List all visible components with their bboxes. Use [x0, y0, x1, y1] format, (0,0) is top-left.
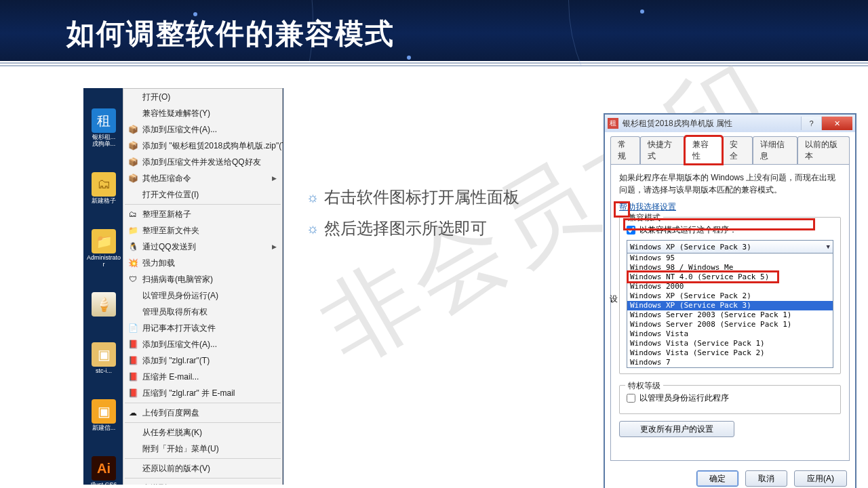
- bullet-icon: ☼: [307, 213, 319, 244]
- compat-option[interactable]: Windows 95: [627, 253, 833, 263]
- context-menu-item[interactable]: 📦添加到 "银杉租赁2018戌狗单机版.zip"(T): [123, 138, 282, 154]
- context-menu-item[interactable]: 从任务栏脱离(K): [123, 424, 282, 441]
- context-menu-item[interactable]: 🛡扫描病毒(电脑管家): [123, 271, 282, 287]
- context-menu-item[interactable]: 📦添加到压缩文件(A)...: [123, 121, 282, 138]
- context-menu-item[interactable]: 📁整理至新文件夹: [123, 222, 282, 239]
- context-menu-item[interactable]: 打开(O): [123, 89, 282, 105]
- desktop-icon-ai[interactable]: AiIllust CS6: [89, 456, 119, 485]
- checkbox-admin[interactable]: [627, 394, 635, 403]
- close-button[interactable]: ✕: [821, 117, 852, 130]
- highlight-checkbox: [614, 201, 630, 218]
- context-menu-item[interactable]: 打开文件位置(I): [123, 186, 282, 203]
- tab-详细信息[interactable]: 详细信息: [753, 136, 797, 164]
- highlight-combobox: [623, 218, 815, 230]
- menu-item-icon: 🛡: [127, 274, 138, 285]
- context-menu-item[interactable]: 🗂整理至新格子: [123, 206, 282, 222]
- menu-item-label: 添加到压缩文件并发送给QQ好友: [142, 157, 261, 168]
- menu-item-icon: 📕: [127, 371, 138, 382]
- properties-dialog: 租 银杉租赁2018戌狗单机版 属性 ? ✕ 常规快捷方式兼容性安全详细信息以前…: [604, 114, 856, 488]
- desktop-icon-admin[interactable]: 📁Administrato r: [89, 229, 119, 268]
- slide-title: 如何调整软件的兼容模式: [66, 15, 395, 53]
- chevron-down-icon: ▼: [827, 243, 830, 250]
- menu-item-icon: 🗂: [127, 209, 138, 220]
- compat-option[interactable]: Windows Vista: [627, 329, 833, 339]
- menu-item-icon: 📄: [127, 323, 138, 333]
- compat-option[interactable]: Windows Vista (Service Pack 1): [627, 339, 833, 348]
- group-privilege: 特权等级 以管理员身份运行此程序: [619, 385, 841, 414]
- menu-item-label: 用记事本打开该文件: [142, 323, 216, 334]
- menu-item-label: 打开文件位置(I): [142, 189, 199, 201]
- button-ok[interactable]: 确定: [696, 470, 738, 487]
- dialog-tabs: 常规快捷方式兼容性安全详细信息以前的版本: [605, 132, 855, 164]
- checkbox-admin-label: 以管理员身份运行此程序: [639, 392, 729, 404]
- button-cancel[interactable]: 取消: [745, 470, 787, 487]
- submenu-arrow-icon: ▶: [272, 243, 277, 250]
- menu-item-label: 以管理员身份运行(A): [142, 290, 218, 302]
- submenu-arrow-icon: ▶: [272, 175, 277, 182]
- menu-item-label: 打开(O): [142, 92, 170, 103]
- context-menu-item[interactable]: 📄用记事本打开该文件: [123, 320, 282, 336]
- context-menu-item[interactable]: 还原以前的版本(V): [123, 460, 282, 476]
- context-menu-item[interactable]: 发送到(N)▶: [123, 480, 282, 485]
- context-menu-item[interactable]: 以管理员身份运行(A): [123, 287, 282, 304]
- menu-item-icon: 📕: [127, 355, 138, 366]
- compat-option[interactable]: Windows Vista (Service Pack 2): [627, 348, 833, 358]
- menu-item-icon: 📕: [127, 339, 138, 350]
- compat-option[interactable]: Windows XP (Service Pack 3): [627, 301, 833, 310]
- context-menu-item[interactable]: 📕添加到压缩文件(A)...: [123, 336, 282, 352]
- context-menu-item[interactable]: 💥强力卸载: [123, 255, 282, 271]
- slide-banner: 如何调整软件的兼容模式: [0, 0, 868, 66]
- menu-item-label: 通过QQ发送到: [142, 241, 196, 253]
- context-menu-item[interactable]: 📦其他压缩命令▶: [123, 170, 282, 186]
- compat-option[interactable]: Windows 2000: [627, 282, 833, 291]
- instruction-line-1: 右击软件图标打开属性面板: [324, 182, 519, 213]
- menu-item-label: 添加到压缩文件(A)...: [142, 339, 217, 350]
- bullet-icon: ☼: [307, 182, 319, 213]
- desktop-icon-icecream[interactable]: 🍦: [89, 292, 119, 318]
- context-menu-item[interactable]: 附到「开始」菜单(U): [123, 441, 282, 457]
- tab-pane-compatibility: 如果此程序在早期版本的 Windows 上没有问题，而现在出现问题，请选择与该早…: [610, 164, 850, 461]
- context-menu-item[interactable]: ☁上传到百度网盘: [123, 405, 282, 421]
- menu-item-label: 压缩到 "zlgl.rar" 并 E-mail: [142, 388, 235, 399]
- menu-item-label: 整理至新文件夹: [142, 225, 199, 237]
- context-menu-item[interactable]: 📕压缩到 "zlgl.rar" 并 E-mail: [123, 385, 282, 401]
- context-menu-item[interactable]: 📕添加到 "zlgl.rar"(T): [123, 352, 282, 369]
- menu-item-label: 压缩并 E-mail...: [142, 371, 199, 383]
- truncated-side-label: 设: [610, 293, 618, 305]
- menu-item-label: 发送到(N): [142, 483, 178, 485]
- desktop-icon-newgrid[interactable]: 🗂新建格子: [89, 172, 119, 205]
- button-apply[interactable]: 应用(A): [794, 470, 847, 487]
- compat-mode-combobox[interactable]: Windows XP (Service Pack 3)▼: [627, 240, 833, 253]
- desktop-icon-app[interactable]: 租银杉租... 戌狗单...: [89, 108, 119, 148]
- menu-item-icon: ☁: [127, 407, 138, 418]
- menu-item-label: 强力卸载: [142, 258, 175, 269]
- compat-option[interactable]: Windows XP (Service Pack 2): [627, 291, 833, 301]
- tab-安全[interactable]: 安全: [722, 136, 752, 164]
- compat-option[interactable]: Windows Server 2008 (Service Pack 1): [627, 320, 833, 329]
- menu-item-icon: 💥: [127, 258, 138, 268]
- button-all-users[interactable]: 更改所有用户的设置: [619, 421, 734, 437]
- desktop-icon-new[interactable]: ▣新建信...: [89, 399, 119, 432]
- instructions: ☼右击软件图标打开属性面板 ☼然后选择图示所选即可: [307, 182, 519, 244]
- menu-item-icon: 📦: [127, 124, 138, 135]
- context-menu-item[interactable]: 📦添加到压缩文件并发送给QQ好友: [123, 154, 282, 170]
- menu-item-icon: 📦: [127, 157, 138, 167]
- help-button[interactable]: ?: [801, 117, 821, 130]
- menu-item-label: 还原以前的版本(V): [142, 463, 210, 474]
- menu-item-icon: 📕: [127, 388, 138, 399]
- context-menu-item[interactable]: 🐧通过QQ发送到▶: [123, 239, 282, 255]
- tab-快捷方式[interactable]: 快捷方式: [640, 136, 685, 164]
- desktop-icon-stc[interactable]: ▣stc-i...: [89, 342, 119, 375]
- tab-以前的版本[interactable]: 以前的版本: [797, 136, 850, 164]
- tab-兼容性[interactable]: 兼容性: [685, 136, 722, 164]
- menu-item-label: 添加到压缩文件(A)...: [142, 124, 217, 136]
- menu-item-label: 从任务栏脱离(K): [142, 427, 202, 439]
- menu-item-label: 扫描病毒(电脑管家): [142, 274, 213, 285]
- compat-option[interactable]: Windows Server 2003 (Service Pack 1): [627, 310, 833, 320]
- tab-常规[interactable]: 常规: [610, 136, 640, 164]
- context-menu-item[interactable]: 管理员取得所有权: [123, 304, 282, 320]
- compat-option[interactable]: Windows 7: [627, 358, 833, 367]
- dialog-titlebar[interactable]: 租 银杉租赁2018戌狗单机版 属性 ? ✕: [605, 115, 855, 132]
- context-menu-item[interactable]: 📕压缩并 E-mail...: [123, 369, 282, 385]
- context-menu-item[interactable]: 兼容性疑难解答(Y): [123, 105, 282, 121]
